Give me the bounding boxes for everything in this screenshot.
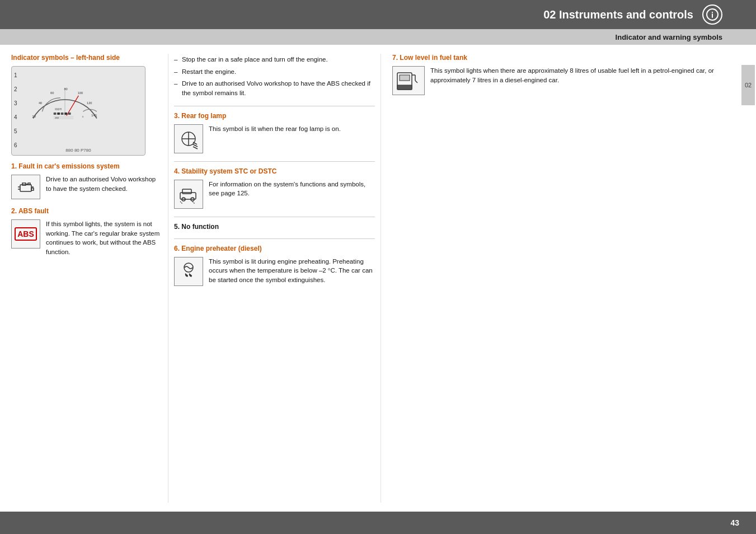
svg-text:100: 100 [78,91,83,95]
svg-line-36 [193,147,198,149]
speedometer-svg: 20 40 60 80 100 120 140 KM/H [29,72,101,128]
page-number: 43 [730,518,739,527]
num-5: 5 [14,128,17,134]
numbered-labels: 1 2 3 4 5 6 7 [14,72,17,156]
svg-rect-24 [22,183,26,185]
bottom-footer: 43 [0,512,756,534]
abs-label: ABS [15,227,37,241]
main-content: Indicator symbols – left-hand side 1 2 3… [0,45,756,512]
divider-4 [174,238,375,239]
fog-lamp-icon [174,124,203,153]
right-column: 7. Low level in fuel tank Th [381,54,745,503]
num-2: 2 [14,86,17,92]
svg-rect-38 [182,189,191,194]
svg-rect-23 [20,185,31,191]
num-3: 3 [14,100,17,106]
svg-line-46 [415,81,417,83]
svg-rect-16 [61,113,64,115]
divider-1 [174,106,375,106]
svg-text:KM/H: KM/H [55,108,62,111]
section-stability: 4. Stability system STC or DSTC For info… [174,167,375,209]
bullet-2: Restart the engine. [174,67,375,77]
svg-text:120: 120 [87,101,92,105]
section-fuel-tank: 7. Low level in fuel tank Th [392,54,745,95]
section-fault-emissions: 1. Fault in car's emissions system [11,162,162,199]
bullet-3: Drive to an authorised Volvo workshop to… [174,79,375,97]
svg-text:20: 20 [32,115,36,118]
left-subsection-title: Indicator symbols – left-hand side [11,54,162,62]
section4-row: For information on the system's function… [174,180,375,209]
bullet-list: Stop the car in a safe place and turn of… [174,55,375,98]
section1-text: Drive to an authorised Volvo workshop to… [46,175,162,193]
section3-text: This symbol is lit when the rear fog lam… [209,124,341,134]
section-header: Indicator and warning symbols [0,29,756,45]
divider-2 [174,161,375,162]
abs-icon: ABS [11,219,40,249]
bullet-1: Stop the car in a safe place and turn of… [174,55,375,64]
side-tab-label: 02 [745,82,752,88]
header-title: 02 Instruments and controls [543,8,693,21]
top-header: 02 Instruments and controls [0,0,756,29]
section2-row: ABS If this symbol lights, the system is… [11,219,162,257]
divider-3 [174,217,375,217]
section4-text: For information on the system's function… [209,180,375,198]
svg-text:60: 60 [50,91,54,95]
section1-title: 1. Fault in car's emissions system [11,162,162,170]
stc-icon [174,180,203,209]
section3-title: 3. Rear fog lamp [174,112,375,120]
side-tab: 02 [741,65,755,105]
svg-line-12 [65,96,78,119]
engine-fault-icon [11,175,40,199]
section-no-function: 5. No function [174,223,375,231]
section-abs-fault: 2. ABS fault ABS If this symbol lights, … [11,207,162,257]
header-icon [702,4,722,25]
svg-text:E: E [82,115,84,118]
svg-rect-26 [28,183,30,185]
section4-title: 4. Stability system STC or DSTC [174,167,375,175]
section-header-title: Indicator and warning symbols [616,33,722,41]
section7-text: This symbol lights when there are approx… [430,66,745,85]
preheater-icon [174,257,203,286]
svg-rect-30 [31,188,34,190]
svg-rect-43 [400,75,410,81]
section-rear-fog: 3. Rear fog lamp This symbol is lit when [174,112,375,153]
section7-title: 7. Low level in fuel tank [392,54,745,62]
section1-row: Drive to an authorised Volvo workshop to… [11,175,162,199]
section6-row: This symbol is lit during engine preheat… [174,257,375,286]
section2-title: 2. ABS fault [11,207,162,215]
section-engine-preheater: 6. Engine preheater (diesel) This symbol… [174,245,375,286]
svg-text:40: 40 [39,101,42,105]
svg-text:80: 80 [64,87,67,91]
section7-row: This symbol lights when there are approx… [392,66,745,95]
svg-text:F: F [96,115,97,118]
svg-rect-15 [57,113,60,115]
svg-rect-17 [64,113,67,115]
svg-text:260: 260 [55,116,59,119]
svg-rect-18 [68,113,71,115]
svg-rect-47 [397,85,412,90]
num-4: 4 [14,114,17,120]
section6-title: 6. Engine preheater (diesel) [174,245,375,252]
section6-text: This symbol is lit during engine preheat… [209,257,375,285]
left-column: Indicator symbols – left-hand side 1 2 3… [11,54,168,503]
svg-line-35 [193,144,198,147]
svg-rect-14 [54,113,57,115]
num-1: 1 [14,72,17,78]
cluster-bottom-text: 880 80 P780 [65,148,91,153]
section5-title: 5. No function [174,223,375,231]
section2-text: If this symbol lights, the system is not… [46,219,162,257]
middle-column: Stop the car in a safe place and turn of… [168,54,381,503]
svg-point-3 [712,12,713,13]
fuel-tank-icon [392,66,425,95]
num-6: 6 [14,142,17,148]
section3-row: This symbol is lit when the rear fog lam… [174,124,375,153]
cluster-image: 1 2 3 4 5 6 7 20 40 60 80 100 [11,66,145,156]
